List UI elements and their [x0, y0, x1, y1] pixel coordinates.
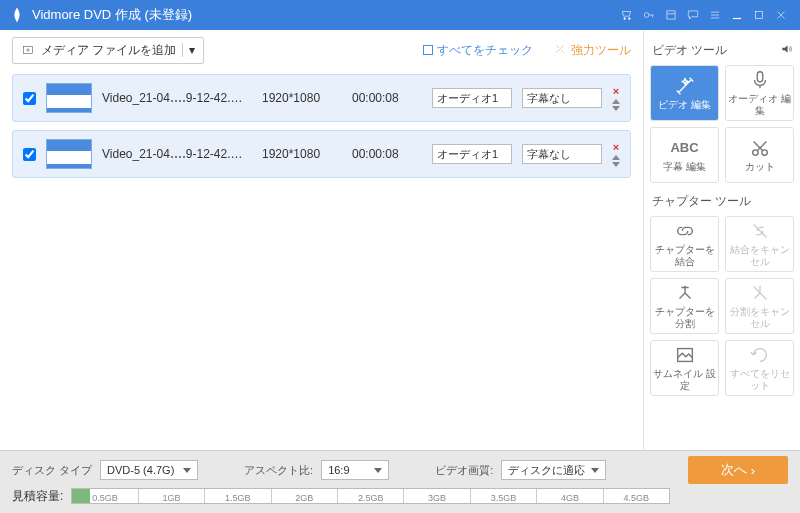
- cancel-split-tool[interactable]: 分割をキャンセル: [725, 278, 794, 334]
- add-media-label: メディア ファイルを追加: [41, 42, 176, 59]
- chapter-tools-header: チャプター ツール: [652, 193, 794, 210]
- content-area: メディア ファイルを追加 ▾ すべてをチェック 強力ツール Video_21-0…: [0, 30, 643, 450]
- scissors-icon: [749, 137, 771, 159]
- gauge-tick: 3.5GB: [471, 489, 537, 503]
- svg-point-1: [628, 18, 630, 20]
- app-logo-icon: [8, 6, 26, 24]
- move-up-icon[interactable]: [612, 99, 620, 104]
- check-all-label: すべてをチェック: [437, 42, 533, 59]
- feedback-icon[interactable]: [682, 4, 704, 26]
- quality-label: ビデオ画質:: [435, 463, 493, 478]
- svg-rect-4: [756, 12, 763, 19]
- merge-chapter-tool[interactable]: チャプターを結合: [650, 216, 719, 272]
- arrow-right-icon: ›: [751, 463, 755, 478]
- video-tools-header: ビデオ ツール: [652, 42, 794, 59]
- file-row[interactable]: Video_21-04‥‥9-12-42.mp4 1920*1080 00:00…: [12, 74, 631, 122]
- video-edit-tool[interactable]: ビデオ 編集: [650, 65, 719, 121]
- move-down-icon[interactable]: [612, 162, 620, 167]
- video-thumbnail: [46, 139, 92, 169]
- text-icon: ABC: [674, 137, 696, 159]
- tool-sidebar: ビデオ ツール ビデオ 編集 オーディオ 編集 ABC 字幕 編集 カット チャ…: [643, 30, 800, 450]
- split-icon: [674, 282, 696, 304]
- chevron-down-icon: [183, 468, 191, 473]
- menu-icon[interactable]: [704, 4, 726, 26]
- unlink-icon: [749, 220, 771, 242]
- disc-type-select[interactable]: DVD-5 (4.7G): [100, 460, 198, 480]
- row-checkbox[interactable]: [23, 92, 36, 105]
- svg-point-0: [624, 18, 626, 20]
- reset-all-tool[interactable]: すべてをリセット: [725, 340, 794, 396]
- audio-select[interactable]: オーディオ1: [432, 144, 512, 164]
- audio-edit-tool[interactable]: オーディオ 編集: [725, 65, 794, 121]
- file-resolution: 1920*1080: [262, 147, 342, 161]
- row-checkbox[interactable]: [23, 148, 36, 161]
- close-icon[interactable]: [770, 4, 792, 26]
- key-icon[interactable]: [638, 4, 660, 26]
- cut-tool[interactable]: カット: [725, 127, 794, 183]
- move-down-icon[interactable]: [612, 106, 620, 111]
- file-list: Video_21-04‥‥9-12-42.mp4 1920*1080 00:00…: [0, 70, 643, 190]
- undo-icon: [749, 344, 771, 366]
- remove-row-button[interactable]: ×: [613, 85, 619, 97]
- capacity-label: 見積容量:: [12, 488, 63, 505]
- file-duration: 00:00:08: [352, 91, 422, 105]
- split-chapter-tool[interactable]: チャプターを分割: [650, 278, 719, 334]
- file-name: Video_21-04‥‥9-12-42.mp4: [102, 91, 252, 105]
- titlebar: Vidmore DVD 作成 (未登録): [0, 0, 800, 30]
- microphone-icon: [749, 69, 771, 91]
- gauge-tick: 4GB: [537, 489, 603, 503]
- minimize-icon[interactable]: [726, 4, 748, 26]
- subtitle-select[interactable]: 字幕なし: [522, 88, 602, 108]
- power-tool-label: 強力ツール: [571, 42, 631, 59]
- add-media-button[interactable]: メディア ファイルを追加 ▾: [12, 37, 204, 64]
- video-thumbnail: [46, 83, 92, 113]
- thumbnail-tool[interactable]: サムネイル 設定: [650, 340, 719, 396]
- bottom-bar: ディスク タイプ DVD-5 (4.7G) アスペクト比: 16:9 ビデオ画質…: [0, 450, 800, 513]
- cancel-merge-tool[interactable]: 結合をキャンセル: [725, 216, 794, 272]
- checkbox-icon: [423, 45, 433, 55]
- subtitle-select[interactable]: 字幕なし: [522, 144, 602, 164]
- image-icon: [674, 344, 696, 366]
- gauge-tick: 3GB: [404, 489, 470, 503]
- next-button[interactable]: 次へ ›: [688, 456, 788, 484]
- gauge-tick: 1.5GB: [205, 489, 271, 503]
- gauge-tick: 2GB: [272, 489, 338, 503]
- svg-point-2: [644, 13, 649, 18]
- audio-select[interactable]: オーディオ1: [432, 88, 512, 108]
- gauge-tick: 1GB: [139, 489, 205, 503]
- chevron-down-icon: [591, 468, 599, 473]
- unsplit-icon: [749, 282, 771, 304]
- speaker-icon[interactable]: [780, 42, 794, 59]
- power-tool-button[interactable]: 強力ツール: [553, 42, 631, 59]
- aspect-label: アスペクト比:: [244, 463, 313, 478]
- gauge-tick: 0.5GB: [72, 489, 138, 503]
- tools-icon: [553, 42, 567, 59]
- file-name: Video_21-04‥‥9-12-42.mp4: [102, 147, 252, 161]
- file-resolution: 1920*1080: [262, 91, 342, 105]
- wand-icon: [674, 75, 696, 97]
- chevron-down-icon[interactable]: ▾: [182, 43, 195, 57]
- gauge-tick: 4.5GB: [604, 489, 669, 503]
- move-up-icon[interactable]: [612, 155, 620, 160]
- disc-type-label: ディスク タイプ: [12, 463, 92, 478]
- toolbar: メディア ファイルを追加 ▾ すべてをチェック 強力ツール: [0, 30, 643, 70]
- maximize-icon[interactable]: [748, 4, 770, 26]
- history-icon[interactable]: [660, 4, 682, 26]
- remove-row-button[interactable]: ×: [613, 141, 619, 153]
- check-all-toggle[interactable]: すべてをチェック: [423, 42, 533, 59]
- aspect-select[interactable]: 16:9: [321, 460, 389, 480]
- chevron-down-icon: [374, 468, 382, 473]
- svg-rect-3: [667, 11, 675, 19]
- link-icon: [674, 220, 696, 242]
- quality-select[interactable]: ディスクに適応: [501, 460, 606, 480]
- file-row[interactable]: Video_21-04‥‥9-12-42.mp4 1920*1080 00:00…: [12, 130, 631, 178]
- capacity-gauge: 0.5GB 1GB 1.5GB 2GB 2.5GB 3GB 3.5GB 4GB …: [71, 488, 670, 504]
- plus-icon: [21, 43, 35, 57]
- gauge-tick: 2.5GB: [338, 489, 404, 503]
- svg-rect-6: [757, 72, 763, 82]
- app-title: Vidmore DVD 作成 (未登録): [32, 6, 192, 24]
- file-duration: 00:00:08: [352, 147, 422, 161]
- cart-icon[interactable]: [616, 4, 638, 26]
- subtitle-edit-tool[interactable]: ABC 字幕 編集: [650, 127, 719, 183]
